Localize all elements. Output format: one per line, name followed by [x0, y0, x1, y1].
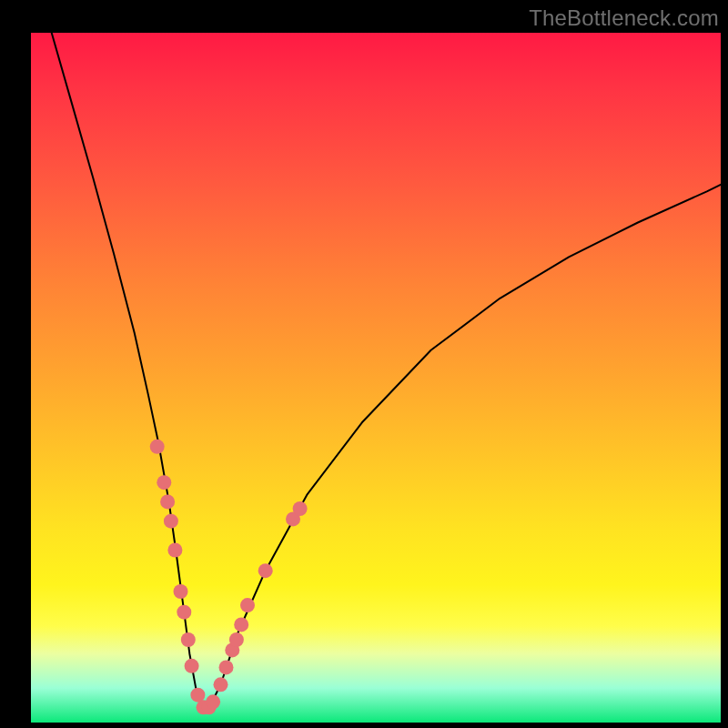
watermark-text: TheBottleneck.com [529, 5, 719, 31]
bottleneck-plot [31, 33, 721, 723]
data-point [240, 598, 255, 612]
data-point [160, 494, 175, 509]
data-point [190, 688, 205, 703]
data-point [293, 501, 308, 516]
data-point [219, 660, 234, 674]
data-point [234, 617, 248, 632]
data-point [206, 694, 220, 709]
data-point [164, 514, 178, 529]
data-point [229, 632, 244, 647]
data-point-group [150, 440, 308, 715]
data-point [181, 632, 196, 647]
data-point [174, 584, 188, 599]
data-point [214, 677, 228, 692]
data-point [157, 475, 171, 490]
chart-area [31, 33, 721, 723]
data-point [150, 440, 165, 454]
data-point [167, 543, 182, 558]
data-point [258, 563, 273, 578]
data-point [177, 605, 191, 620]
data-point [185, 659, 199, 673]
bottleneck-curve [52, 33, 721, 709]
